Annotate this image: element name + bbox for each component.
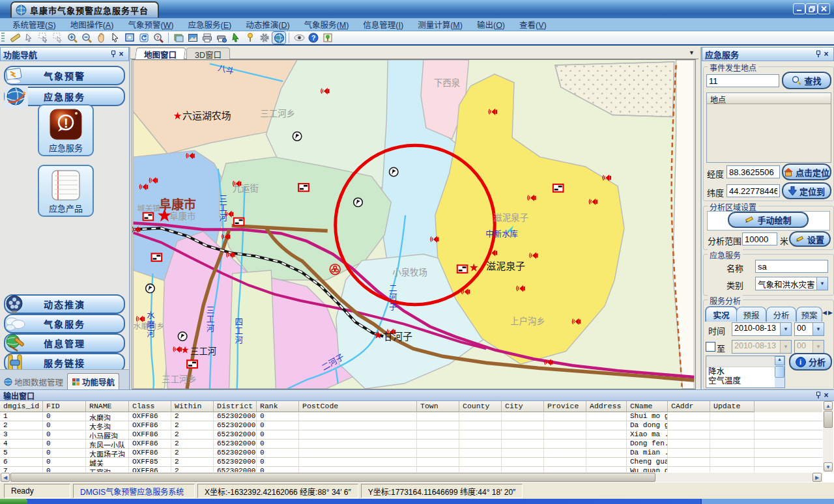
table-row[interactable]: 40东风一小队OXFF8626523020000Dong fen... — [0, 440, 822, 449]
select-cursor-icon[interactable] — [23, 32, 36, 44]
nav-group-dynamic-deduction[interactable]: 动态推演 — [4, 294, 125, 314]
menu-item-系统管理[interactable]: 系统管理(S) — [5, 18, 63, 31]
nav-group-info-management[interactable]: 信息管理 — [4, 333, 125, 353]
map-canvas[interactable]: 八斗六运湖农场三工河乡下西泉阜康市城关镇阜康市九运街三工河滋泥泉子中新水库滋泥泉… — [132, 59, 696, 389]
column-header-CAddr[interactable]: CAddr — [668, 401, 710, 412]
longitude-input[interactable] — [726, 165, 780, 178]
service-type-combo[interactable]: 气象和洪水灾害 ▼ — [755, 277, 828, 290]
tab-function-nav[interactable]: 功能导航 — [67, 373, 119, 389]
nav-group-weather-warning[interactable]: 气象预警 — [4, 66, 125, 85]
combo-dropdown-icon[interactable]: ▼ — [780, 323, 791, 335]
menu-item-动态推演[interactable]: 动态推演(D) — [238, 18, 296, 31]
combo-dropdown-icon[interactable]: ▼ — [812, 323, 824, 335]
pan-hand-icon[interactable] — [94, 32, 108, 44]
refresh-icon[interactable] — [137, 32, 151, 44]
tab-realtime[interactable]: 实况 — [705, 306, 738, 322]
menu-item-气象服务[interactable]: 气象服务(M) — [297, 18, 356, 31]
menu-item-测量计算[interactable]: 测量计算(M) — [410, 18, 470, 31]
toolbar-grip[interactable] — [1, 33, 5, 43]
tab-plan[interactable]: 预案 — [796, 307, 822, 322]
column-header-District[interactable]: District — [214, 401, 257, 412]
column-header-FID[interactable]: FID — [43, 401, 86, 412]
table-hscrollbar[interactable]: ◀ ▶ — [0, 473, 823, 483]
table-row[interactable]: 20大冬沟OXFF8626523020000Da dong gou — [0, 421, 822, 430]
list-item[interactable]: 降水 — [706, 367, 784, 376]
pushpin-icon[interactable] — [244, 32, 257, 44]
eye-view-icon[interactable] — [293, 32, 306, 44]
print-setup-icon[interactable] — [215, 32, 228, 44]
green-pointer-icon[interactable] — [229, 32, 242, 44]
deselect-cursor-icon[interactable] — [51, 32, 65, 44]
map-tab-dropdown-icon[interactable]: ▼ — [689, 49, 695, 56]
restore-button[interactable] — [805, 3, 818, 14]
output-table[interactable]: dmgis_idFIDRNAMEClassWithinDistrictRankP… — [0, 401, 822, 472]
close-button[interactable] — [818, 3, 830, 14]
column-header-Within[interactable]: Within — [171, 401, 214, 412]
close-panel-icon[interactable]: × — [117, 49, 126, 59]
close-panel-icon[interactable]: × — [822, 49, 831, 59]
table-row[interactable]: 30小马厩沟OXFF8626523020000Xiao ma ... — [0, 430, 822, 440]
emergency-service-big-button[interactable]: ! 应急服务 — [38, 104, 94, 156]
combo-dropdown-icon[interactable]: ▼ — [816, 277, 827, 290]
column-header-Town[interactable]: Town — [417, 401, 459, 412]
measure-ruler-icon[interactable] — [8, 32, 22, 44]
minimize-button[interactable] — [793, 3, 805, 14]
print-icon[interactable] — [201, 32, 214, 44]
pointer-arrow-icon[interactable] — [109, 32, 122, 44]
table-row[interactable]: 70五官沟OXFF8626523020000Wu guan gou — [0, 467, 822, 472]
map-export-icon[interactable] — [186, 32, 199, 44]
column-header-Rank[interactable]: Rank — [257, 401, 299, 412]
marquee-select-cursor-icon[interactable] — [37, 32, 50, 44]
latitude-input[interactable] — [726, 184, 780, 197]
column-header-County[interactable]: County — [459, 401, 502, 412]
service-name-input[interactable] — [755, 260, 828, 273]
table-row[interactable]: 10水磨沟OXFF8626523020000Shui mo gou — [0, 412, 822, 421]
column-header-RNAME[interactable]: RNAME — [86, 401, 129, 412]
goto-location-button[interactable]: 定位到 — [782, 182, 831, 199]
close-output-icon[interactable]: × — [822, 391, 831, 400]
menu-item-输出[interactable]: 输出(O) — [470, 18, 512, 31]
globe-gis-icon[interactable] — [272, 32, 285, 44]
column-header-Provice[interactable]: Provice — [544, 401, 586, 412]
pin-icon[interactable] — [110, 50, 117, 58]
zoom-in-icon[interactable] — [66, 32, 79, 44]
column-header-CName[interactable]: CName — [627, 401, 668, 412]
column-header-Update[interactable]: Update — [710, 401, 755, 412]
settings-gear-icon[interactable] — [258, 32, 271, 44]
column-header-dmgis_id[interactable]: dmgis_id — [0, 401, 43, 412]
table-row[interactable]: 60城关OXFF8526523020000Cheng guan — [0, 458, 822, 467]
tab-3d-window[interactable]: 3D窗口 — [186, 48, 230, 60]
menu-item-地图操作[interactable]: 地图操作(A) — [63, 18, 121, 31]
table-row[interactable]: 50大面场子沟OXFF8626523020000Da mian ... — [0, 449, 822, 458]
column-header-PostCode[interactable]: PostCode — [299, 401, 417, 412]
tab-analysis[interactable]: 分析 — [766, 307, 796, 322]
help-icon[interactable]: ? — [307, 32, 320, 44]
column-header-Address[interactable]: Address — [586, 401, 627, 412]
location-list[interactable]: 地点 — [706, 92, 831, 163]
identify-icon[interactable]: ? — [152, 32, 165, 44]
event-location-input[interactable] — [706, 74, 779, 87]
legend-image-icon[interactable] — [321, 32, 334, 44]
to-date-combo-disabled[interactable]: 2010-08-13 ▼ — [732, 340, 792, 354]
menu-item-查看[interactable]: 查看(V) — [512, 18, 554, 31]
full-extent-icon[interactable] — [123, 32, 136, 44]
zoom-out-icon[interactable] — [80, 32, 93, 44]
pin-icon[interactable] — [815, 50, 822, 58]
to-checkbox[interactable] — [706, 342, 715, 352]
table-vscrollbar[interactable]: ▲ ▼ — [823, 401, 833, 472]
set-range-button[interactable]: 设置 — [789, 231, 831, 247]
menu-item-信息管理[interactable]: 信息管理(I) — [356, 18, 410, 31]
hour-combo[interactable]: 00 ▼ — [794, 322, 824, 336]
pin-icon[interactable] — [815, 391, 822, 399]
nav-group-weather-service[interactable]: 气象服务 — [4, 314, 125, 333]
date-combo[interactable]: 2010-08-13 ▼ — [732, 322, 792, 336]
to-hour-combo-disabled[interactable]: 00 ▼ — [794, 340, 824, 354]
analyze-button[interactable]: i 分析 — [789, 353, 832, 371]
manual-draw-button[interactable]: 手动绘制 — [728, 212, 809, 228]
weather-element-list[interactable]: 降水空气温度 — [706, 356, 785, 388]
tab-map-window[interactable]: 地图窗口 — [135, 48, 186, 61]
analysis-range-input[interactable] — [742, 232, 777, 245]
tab-forecast[interactable]: 预报 — [736, 307, 766, 322]
tab-scroll-right-icon[interactable]: ▶ — [828, 309, 833, 316]
menu-item-应急服务[interactable]: 应急服务(E) — [181, 18, 239, 31]
